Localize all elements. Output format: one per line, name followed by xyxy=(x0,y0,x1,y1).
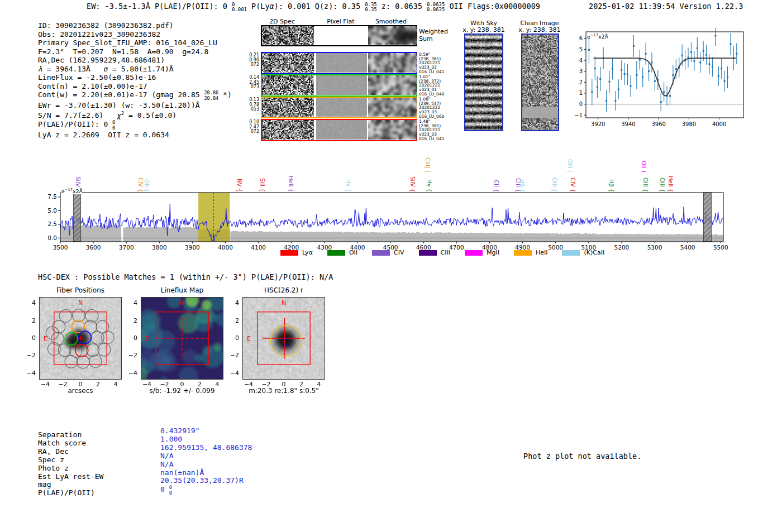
emission-line-label: OIII { xyxy=(550,152,558,192)
legend-swatch xyxy=(327,250,345,256)
emission-line-label: SiIV { xyxy=(74,152,82,192)
svg-text:−1: −1 xyxy=(574,112,583,118)
spec2d-cell xyxy=(262,26,314,45)
map-bottom-fiber: arcsecs xyxy=(28,387,133,395)
svg-text:4: 4 xyxy=(579,57,583,64)
legend-item: CIII xyxy=(419,249,450,256)
spec2d-cell xyxy=(262,120,314,140)
spec2d-row-right-meta: 1.08"(239, 547)20201221v023_03016_LU_060 xyxy=(419,97,444,119)
legend-label: OII xyxy=(349,249,357,256)
emission-line-label: HeII { xyxy=(287,152,295,192)
smoothed-cell xyxy=(368,98,417,117)
map-overlay-hsc: NE xyxy=(242,297,325,380)
spec2d-row xyxy=(261,97,417,118)
table-row-value: 0.432919" xyxy=(160,427,252,435)
legend-item: MgII xyxy=(465,249,499,256)
legend-item: CIV xyxy=(372,249,404,256)
table-row-label: Est LyA rest-EW xyxy=(38,473,103,481)
legend-swatch xyxy=(514,250,532,256)
smoothed-col-title: Smoothed xyxy=(366,18,416,25)
legend-label: (K)CaII xyxy=(584,249,604,256)
emission-line-label: SiII { xyxy=(259,152,266,192)
legend-swatch xyxy=(372,250,390,256)
table-row-value: N/A xyxy=(160,461,252,469)
svg-text:3920: 3920 xyxy=(591,121,605,127)
svg-text:6: 6 xyxy=(579,35,583,41)
match-table-labels: SeparationMatch scoreRA, DecSpec zPhoto … xyxy=(38,431,103,497)
spec2d-row-right-meta: 1.01"(238, 372)20201221v023_01016_LU_040 xyxy=(419,75,444,97)
match-table-values: 0.432919"1.000162.959135, 48.686378N/AN/… xyxy=(160,427,252,496)
map-ytick: 4 xyxy=(126,299,137,306)
pixel-flat-cell xyxy=(316,53,367,73)
svg-text:5.0: 5.0 xyxy=(47,207,57,214)
legend-item: HeII xyxy=(514,249,548,256)
emission-line-label: SiIV { xyxy=(408,152,416,192)
spec2d-row-left-stats: 0.210.90072 xyxy=(247,53,259,68)
emission-line-label: OIII { xyxy=(659,152,666,192)
svg-text:2.5: 2.5 xyxy=(47,221,57,227)
map-ytick: 2 xyxy=(25,317,36,324)
legend-swatch xyxy=(465,250,483,256)
svg-text:1: 1 xyxy=(579,90,583,96)
meta-line: 016_LU_060 xyxy=(419,114,444,119)
legend-swatch xyxy=(280,250,298,256)
legend-label: HeII xyxy=(536,249,548,256)
detection-info-block: ID: 3090236382 (3090236382.pdf)Obs: 2020… xyxy=(38,21,232,139)
table-row-label: Separation xyxy=(38,431,103,439)
clean-2d-image xyxy=(521,33,559,131)
stat-line: 053 xyxy=(247,107,259,112)
table-row-label: Photo z xyxy=(38,464,103,473)
map-ytick: 2 xyxy=(228,317,239,324)
svg-text:5: 5 xyxy=(579,46,583,52)
map-ytick: 0 xyxy=(25,334,36,342)
svg-text:3940: 3940 xyxy=(621,121,635,127)
emission-line-label: HeII { xyxy=(667,152,675,192)
spec2d-row xyxy=(261,25,417,46)
emission-line-label: OII { xyxy=(142,152,150,192)
legend-label: CIV xyxy=(394,249,404,256)
spec2d-row xyxy=(261,119,417,141)
svg-text:N: N xyxy=(78,299,83,306)
stat-line: 072 xyxy=(247,63,259,68)
map-overlay-lineflux: NE xyxy=(141,297,223,380)
stat-line: 072 xyxy=(247,130,259,135)
legend-label: CIII xyxy=(441,249,450,256)
table-row-label: P(LAE)/P(OII) xyxy=(38,489,103,497)
svg-text:E: E xyxy=(247,335,251,342)
svg-text:4000: 4000 xyxy=(218,244,233,251)
map-ytick: −2 xyxy=(25,352,36,359)
spec2d-row-right-meta: 1.48"(238, 381)20201221v023_03016_LU_041 xyxy=(419,119,444,141)
svg-text:3900: 3900 xyxy=(185,244,200,251)
map-overlay-fiber: NE xyxy=(39,297,122,380)
table-row-label: Spec z xyxy=(38,456,103,464)
table-row-label: mag xyxy=(38,481,103,489)
table-row-value: 1.000 xyxy=(160,435,252,444)
legend-item: OII xyxy=(327,249,357,256)
svg-text:7.5: 7.5 xyxy=(47,193,57,200)
legend-swatch xyxy=(419,250,437,256)
pixel-flat-cell xyxy=(316,98,367,117)
map-ytick: −4 xyxy=(25,370,36,377)
legend-item: (K)CaII xyxy=(562,249,604,256)
map-ytick: 0 xyxy=(228,334,239,342)
spec2d-cell xyxy=(262,75,314,95)
spec2d-row-left-stats: 0.130.78053 xyxy=(247,98,259,112)
header-datetime-version: 2025-01-02 11:39:54 Version 1.22.3 xyxy=(589,2,743,11)
svg-text:3: 3 xyxy=(579,68,583,74)
map-ytick: −4 xyxy=(228,370,239,377)
legend-swatch xyxy=(562,250,580,256)
svg-text:3700: 3700 xyxy=(119,244,134,251)
smoothed-cell xyxy=(368,120,417,140)
emission-line-label: Hβ { xyxy=(518,152,526,192)
svg-text:3500: 3500 xyxy=(53,244,68,251)
map-ytick: 0 xyxy=(126,334,137,342)
spec2d-row-left-stats: 0.102.47072 xyxy=(247,120,259,135)
emission-line-label: OIII { xyxy=(642,152,650,192)
table-row-value: nan(±nan)Å xyxy=(160,469,252,477)
map-title-lineflux: Lineflux Map xyxy=(141,286,223,294)
pixel-flat-cell xyxy=(316,120,367,140)
pixelflat-col-title: Pixel Flat xyxy=(316,18,366,25)
zoom-plot-units-label: e−17x2Å xyxy=(587,33,608,40)
svg-text:3960: 3960 xyxy=(651,121,665,127)
svg-text:3980: 3980 xyxy=(682,121,696,127)
